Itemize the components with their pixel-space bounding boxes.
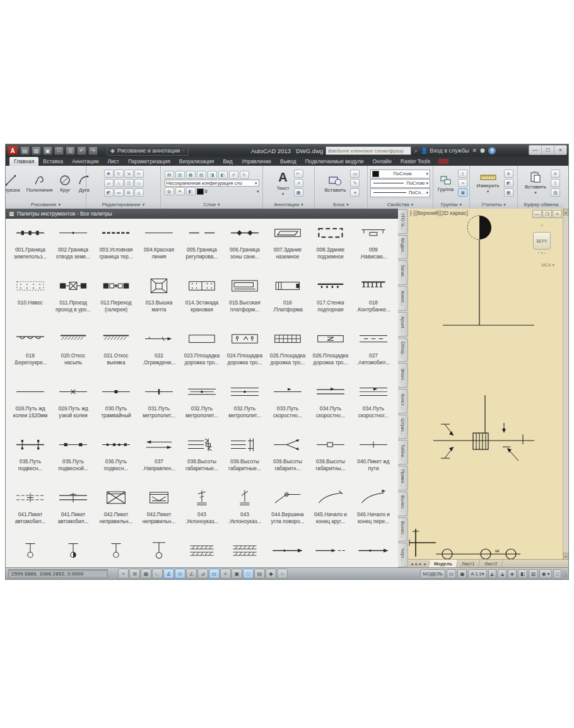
palette-item-row7-3[interactable] — [95, 536, 138, 568]
resize-grip[interactable] — [563, 570, 567, 577]
palette-item-032[interactable]: 032.Путьметрополит... — [180, 378, 223, 430]
search-binoculars-icon[interactable]: ⌕ — [414, 147, 418, 154]
layer-tool-icon-5[interactable]: ◨ — [208, 171, 217, 179]
toggle-dyn[interactable]: ▭ — [209, 569, 220, 579]
layer-tool-icon-3[interactable]: ▦ — [186, 171, 196, 179]
palette-item-038[interactable]: 038.Высотыгабаритные... — [180, 430, 223, 483]
viewport-visualstyle-control[interactable]: [2D каркас] — [440, 210, 468, 216]
palette-item-031[interactable]: 031.Путьметрополит... — [138, 378, 180, 430]
open-file-icon[interactable]: ▨ — [32, 146, 41, 155]
layer-tool-icon-7[interactable]: ↺ — [229, 171, 238, 179]
palette-tab-1[interactable]: УГО ге... — [398, 209, 408, 234]
cut-icon[interactable]: ✕ — [551, 170, 560, 178]
palette-item-007[interactable]: 007.Зданиеназемное — [266, 219, 309, 272]
layer-tool-icon-4[interactable]: ▧ — [197, 171, 206, 179]
edit-tool-icon-10[interactable]: ▭ — [114, 188, 124, 197]
doc-minimize-button[interactable]: — — [532, 210, 542, 218]
dimension-icon[interactable]: ⊢ — [294, 170, 303, 178]
palette-item-010[interactable]: 010.Навес — [9, 272, 52, 325]
toggle-snap[interactable]: ⊞ — [129, 569, 140, 579]
viewcube[interactable]: ⌂ ВЕРХ ‹ ˅ › — [528, 222, 556, 260]
viewport-view-control[interactable]: [Верхний] — [416, 210, 440, 216]
undo-icon[interactable]: ↶ — [77, 146, 86, 155]
palette-item-015[interactable]: 015.Высокаяплатформ... — [223, 272, 266, 325]
panel-groups-label[interactable]: Группы▾ — [433, 200, 469, 209]
edit-tool-icon-8[interactable]: ◇ — [134, 179, 144, 187]
toggle-am[interactable]: ◆ — [266, 569, 276, 579]
panel-utilities-label[interactable]: Утилиты▾ — [470, 200, 517, 209]
ribbon-tab-2[interactable]: Вставка — [38, 157, 67, 166]
id-point-icon[interactable]: ⊕ — [504, 170, 513, 178]
line-button[interactable]: Отрезок — [5, 173, 22, 194]
color-dropdown[interactable]: ПоСлою▾ — [370, 170, 430, 178]
search-input[interactable] — [325, 146, 411, 155]
palette-title-bar[interactable]: ▦ Палитры инструментов - Все палитры — [6, 209, 398, 219]
palette-item-038[interactable]: 038.Высотыгабаритные... — [223, 430, 266, 483]
palette-item-043[interactable]: 043.Уклоноуказ... — [180, 483, 223, 536]
viewport-menu-control[interactable]: [-] — [410, 210, 415, 216]
close-button[interactable]: × — [554, 146, 566, 154]
table-icon[interactable]: ▦ — [294, 188, 303, 197]
text-button[interactable]: A Текст▾ — [274, 170, 291, 197]
palette-item-039[interactable]: 039.Высотыгабаритны... — [309, 430, 352, 483]
palette-item-003[interactable]: 003.Условнаяграница тер... — [95, 219, 138, 272]
palette-item-022[interactable]: 022.Ограждени... — [138, 325, 180, 378]
palette-item-001[interactable]: 001.Границаземлепольз... — [9, 219, 52, 272]
leader-icon[interactable]: ↗ — [294, 179, 303, 187]
drawing-area[interactable]: ш [-] [Верхний] [2D каркас] — ❐ × ⌂ ВЕРХ… — [408, 209, 568, 568]
print-icon[interactable]: ☰ — [66, 146, 75, 155]
toggle-sc[interactable]: ▤ — [254, 569, 265, 579]
match-properties-icon[interactable]: ▨ — [551, 188, 560, 197]
layer-color-swatch[interactable] — [197, 188, 204, 195]
palette-item-002[interactable]: 002.Границаотвода земе... — [52, 219, 95, 272]
palette-item-021[interactable]: 021.Откосвыемка — [95, 325, 138, 378]
palette-tab-11[interactable]: Приме... — [398, 466, 408, 490]
palette-item-032[interactable]: 032.Путьметрополит... — [223, 378, 266, 430]
workspace-switcher[interactable]: ◈ Рисование и аннотации ▾ — [107, 146, 189, 156]
layer-tool-icon-8[interactable]: ↻ — [240, 171, 249, 179]
palette-item-035[interactable]: 035.Путьподвесн... — [9, 430, 52, 483]
palette-item-row7-9[interactable] — [352, 536, 395, 568]
layer-tool-icon-1[interactable]: ▤ — [165, 171, 174, 179]
palette-item-row7-7[interactable] — [266, 536, 309, 568]
panel-draw-label[interactable]: Рисование▾ — [6, 200, 86, 209]
group-button[interactable]: Группа — [436, 174, 455, 193]
palette-item-024[interactable]: 024.Площадкадорожка тро... — [223, 325, 266, 378]
edit-tool-icon-9[interactable]: ◩ — [104, 188, 114, 197]
palette-item-036[interactable]: 036.Путьподвесн... — [95, 430, 138, 483]
ribbon-tab-4[interactable]: Лист — [103, 157, 123, 166]
panel-block-label[interactable]: Блок▾ — [315, 200, 367, 209]
layout-nav-arrows[interactable]: ◄◄ ► ► — [408, 562, 430, 566]
hardware-accel-icon[interactable]: ▥ — [529, 569, 538, 579]
palette-item-028[interactable]: 028.Путь ждколеи 1520мм — [9, 378, 52, 430]
palette-item-016[interactable]: 016.Платформа — [266, 272, 309, 325]
signin-area[interactable]: 👤 Вход в службы — [421, 147, 469, 154]
palette-item-034[interactable]: 034.Путьскоростног... — [352, 378, 395, 430]
palette-item-008[interactable]: 008.Зданиеподземное — [309, 219, 352, 272]
palette-tab-13[interactable]: Вынос... — [398, 517, 408, 542]
ribbon-tab-3[interactable]: Аннотации — [67, 157, 103, 166]
panel-clipboard-label[interactable]: Буфер обмена — [518, 200, 565, 209]
favorites-icon[interactable]: ⬟ — [480, 147, 485, 154]
palette-tab-10[interactable]: Табли... — [398, 440, 408, 465]
palette-item-row7-6[interactable] — [223, 536, 266, 568]
drawing-vertical-scrollbar[interactable]: ▲ ▼ — [563, 209, 568, 560]
plot-icon[interactable]: ⎕ — [54, 146, 64, 155]
ribbon-tab-1[interactable]: Главная — [9, 157, 38, 166]
panel-edit-label[interactable]: Редактирование▾ — [86, 200, 160, 209]
quick-view-drawings-icon[interactable]: ▣ — [457, 569, 467, 579]
palette-item-019[interactable]: 019.Берегоукре... — [9, 325, 52, 378]
coordinates-readout[interactable]: 2599.5886, 1066.2852, 0.0000 — [8, 569, 108, 578]
palette-item-row7-1[interactable] — [9, 536, 52, 568]
workspace-switch-icon[interactable]: ◈ — [508, 569, 517, 579]
lineweight-dropdown[interactable]: ПоСлою▾ — [370, 179, 430, 188]
polyline-button[interactable]: Полилиния — [25, 173, 55, 194]
palette-item-029[interactable]: 029.Путь ждузкой колеи — [52, 378, 95, 430]
ribbon-tab-9[interactable]: Вывод — [276, 157, 301, 166]
palette-item-042[interactable]: 042.Пикетнеправильн... — [138, 483, 180, 536]
model-canvas[interactable]: ш [-] [Верхний] [2D каркас] — ❐ × ⌂ ВЕРХ… — [408, 209, 563, 560]
measure-button[interactable]: Измерить▾ — [474, 171, 501, 195]
palette-item-020[interactable]: 020.Откоснасыпь — [52, 325, 95, 378]
palette-item-004[interactable]: 004.Краснаялиния — [138, 219, 180, 272]
palette-item-013[interactable]: 013.Вышкамачта — [138, 272, 180, 325]
